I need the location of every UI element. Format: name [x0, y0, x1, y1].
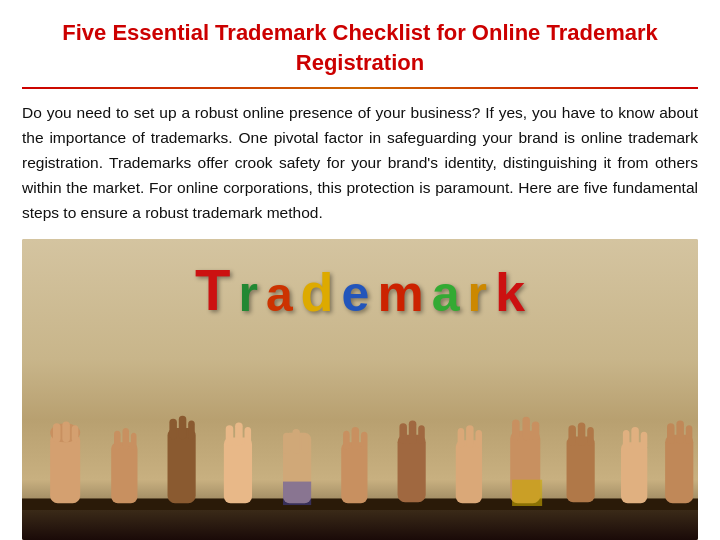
svg-rect-48: [665, 435, 693, 504]
svg-rect-20: [283, 433, 291, 454]
svg-rect-43: [587, 427, 594, 446]
svg-rect-17: [245, 427, 252, 446]
svg-rect-11: [169, 419, 177, 440]
svg-rect-29: [409, 421, 417, 444]
body-paragraph: Do you need to set up a robust online pr…: [22, 101, 698, 225]
svg-rect-7: [114, 431, 121, 450]
svg-rect-32: [458, 428, 465, 448]
svg-rect-34: [475, 430, 482, 448]
trademark-word: T r a d e m a r k: [192, 259, 528, 321]
svg-rect-9: [131, 433, 137, 450]
svg-rect-21: [292, 429, 300, 453]
svg-rect-51: [686, 425, 693, 444]
letter-a2: a: [429, 267, 463, 321]
svg-rect-45: [623, 430, 630, 450]
svg-rect-37: [512, 420, 520, 441]
trademark-image: T r a d e m a r k: [22, 239, 698, 540]
svg-rect-5: [72, 425, 79, 442]
title-section: Five Essential Trademark Checklist for O…: [22, 18, 698, 77]
svg-rect-8: [122, 428, 129, 450]
svg-rect-28: [399, 423, 407, 444]
svg-rect-13: [188, 421, 195, 440]
svg-rect-19: [283, 482, 311, 505]
svg-rect-36: [512, 480, 542, 506]
title-line1: Five Essential Trademark Checklist for O…: [62, 20, 657, 45]
bottom-stripe: [22, 510, 698, 540]
svg-rect-27: [398, 435, 426, 503]
svg-rect-44: [621, 442, 647, 503]
svg-rect-16: [235, 422, 243, 445]
letter-r2: r: [464, 267, 489, 321]
letter-a: a: [263, 269, 296, 321]
divider: [22, 87, 698, 89]
svg-rect-1: [50, 433, 80, 503]
svg-rect-50: [676, 421, 684, 444]
svg-rect-33: [466, 425, 474, 448]
svg-rect-23: [341, 442, 367, 503]
svg-rect-42: [578, 422, 586, 445]
svg-rect-6: [111, 442, 137, 503]
svg-rect-30: [418, 425, 425, 444]
trademark-visual: T r a d e m a r k: [22, 239, 698, 540]
svg-rect-47: [641, 432, 648, 450]
letter-T: T: [192, 259, 233, 321]
svg-rect-3: [53, 423, 61, 442]
svg-rect-39: [532, 421, 540, 440]
svg-rect-14: [224, 437, 252, 503]
svg-rect-24: [343, 431, 350, 450]
letter-m: m: [374, 265, 426, 321]
svg-rect-22: [302, 434, 309, 454]
svg-rect-12: [179, 416, 187, 439]
svg-rect-41: [568, 425, 576, 446]
svg-rect-26: [361, 432, 368, 450]
svg-rect-15: [226, 425, 234, 446]
svg-rect-46: [631, 427, 639, 450]
letter-e: e: [339, 267, 373, 321]
svg-rect-31: [456, 440, 482, 503]
letter-d: d: [298, 263, 337, 321]
svg-rect-49: [667, 423, 675, 444]
slide-container: Five Essential Trademark Checklist for O…: [0, 0, 720, 540]
svg-rect-38: [522, 417, 530, 440]
title-line2: Registration: [296, 50, 424, 75]
svg-rect-40: [567, 437, 595, 503]
letter-k: k: [492, 263, 528, 321]
letter-r: r: [235, 267, 260, 321]
slide-title: Five Essential Trademark Checklist for O…: [22, 18, 698, 77]
svg-rect-4: [62, 421, 70, 442]
svg-rect-25: [352, 427, 360, 450]
